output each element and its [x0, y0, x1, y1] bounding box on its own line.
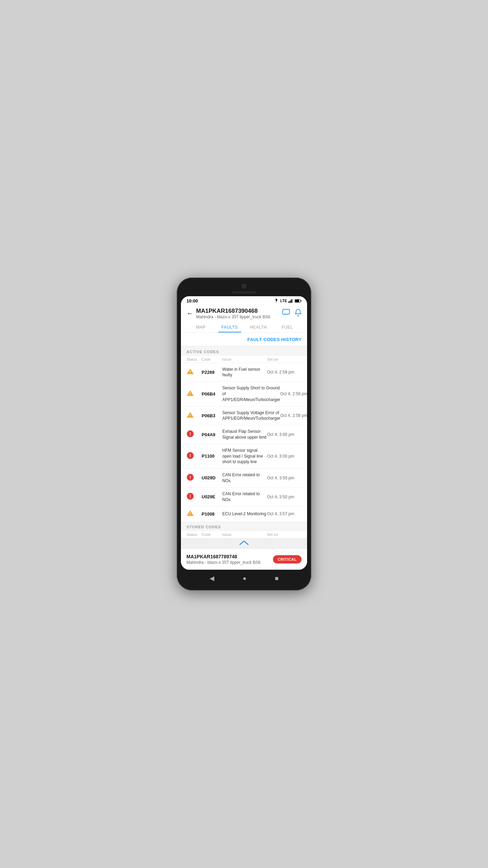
status-icon-warning: ! — [186, 368, 202, 376]
fault-row[interactable]: ! P1008 ECU Level-2 Monitoring Oct 4, 3:… — [181, 506, 307, 521]
fault-time: Oct 4, 3:00 pm — [267, 454, 302, 459]
svg-rect-0 — [288, 301, 289, 303]
bottom-vehicle-name: Mahindra - blazo-x 35T tipper_truck BS6 — [186, 560, 261, 565]
status-icon-critical: ! — [186, 473, 202, 482]
tab-fuel[interactable]: FUEL — [273, 322, 302, 332]
svg-rect-5 — [301, 300, 302, 301]
fault-code: P1008 — [202, 511, 222, 517]
stored-codes-header: Status Code Issue Set on — [181, 531, 307, 538]
fault-row[interactable]: ! P04A9 Exhaust Flap Sensor Signal above… — [181, 425, 307, 444]
fault-issue: Sensor Supply Voltage Error of APP1/EGR/… — [222, 410, 280, 422]
stored-col-seton: Set on — [267, 532, 302, 537]
fault-code: U029E — [202, 494, 222, 499]
header: ← MA1PKAR1687390468 Mahindra - blazo-x 3… — [181, 305, 307, 333]
stored-codes-title: STORED CODES — [181, 521, 307, 531]
fault-issue: ECU Level-2 Monitoring — [222, 511, 267, 517]
fault-issue: CAN Error related to NOx — [222, 491, 267, 503]
stored-codes-section: STORED CODES Status Code Issue Set on — [181, 521, 307, 538]
fault-time: Oct 4, 3:50 pm — [267, 495, 302, 499]
col-status: Status — [186, 357, 202, 361]
fault-code: P06B3 — [202, 413, 222, 418]
status-icon-warning: ! — [186, 510, 202, 518]
tab-health[interactable]: HEALTH — [244, 322, 273, 332]
status-icon-warning: ! — [186, 390, 202, 398]
nav-back-button[interactable]: ◀ — [210, 575, 214, 582]
svg-rect-7 — [283, 309, 289, 314]
nav-recent-button[interactable]: ■ — [275, 575, 279, 582]
fault-code: P1100 — [202, 453, 222, 459]
fault-code: P2269 — [202, 370, 222, 375]
fault-time: Oct 4, 2:58 pm — [280, 413, 307, 418]
vehicle-name: Mahindra - blazo-x 35T tipper_truck BS6 — [196, 315, 270, 319]
fault-row[interactable]: ! P2269 Water in Fuel sensor faulty Oct … — [181, 363, 307, 382]
bottom-vin: MA1PKAR1687789748 — [186, 554, 261, 559]
svg-rect-6 — [295, 300, 299, 302]
navigation-tabs: MAP FAULTS HEALTH FUEL — [186, 322, 302, 332]
svg-rect-3 — [293, 299, 293, 303]
fault-time: Oct 4, 3:50 pm — [267, 476, 302, 480]
status-icon-critical: ! — [186, 452, 202, 461]
active-codes-title: ACTIVE CODES — [181, 346, 307, 356]
phone-speaker — [232, 291, 256, 293]
bottom-card-info: MA1PKAR1687789748 Mahindra - blazo-x 35T… — [186, 554, 261, 565]
nav-home-button[interactable]: ● — [243, 575, 246, 582]
vehicle-info: MA1PKAR1687390468 Mahindra - blazo-x 35T… — [196, 308, 270, 319]
header-top: ← MA1PKAR1687390468 Mahindra - blazo-x 3… — [186, 308, 302, 319]
svg-text:!: ! — [190, 392, 191, 396]
fault-code: P06B4 — [202, 391, 222, 397]
fault-time: Oct 4, 3:00 pm — [267, 432, 302, 437]
fault-issue: Exhaust Flap Sensor Signal above upper l… — [222, 429, 267, 440]
status-icon-warning: ! — [186, 411, 202, 420]
notification-icon[interactable] — [295, 309, 302, 318]
fault-row[interactable]: ! P1100 HFM Sensor signal open load / Si… — [181, 444, 307, 469]
header-left: ← MA1PKAR1687390468 Mahindra - blazo-x 3… — [186, 308, 270, 319]
fault-row[interactable]: ! P06B4 Sensor Supply Short to Ground of… — [181, 382, 307, 406]
col-code: Code — [202, 357, 222, 361]
col-issue: Issue — [222, 357, 267, 361]
fault-time: Oct 4, 2:58 pm — [267, 370, 302, 375]
phone-screen: 10:00 LTE — [181, 296, 307, 570]
critical-badge: CRITICAL — [273, 555, 302, 563]
back-button[interactable]: ← — [186, 309, 193, 317]
tab-map[interactable]: MAP — [186, 322, 215, 332]
fault-code: U029D — [202, 475, 222, 480]
stored-col-status: Status — [186, 532, 202, 537]
fault-row[interactable]: ! P06B3 Sensor Supply Voltage Error of A… — [181, 407, 307, 426]
svg-text:!: ! — [190, 413, 191, 418]
signal-icon — [288, 299, 293, 303]
fault-history-section: FAULT CODES HISTORY — [181, 333, 307, 346]
svg-rect-2 — [291, 299, 292, 303]
svg-text:!: ! — [190, 370, 191, 374]
expand-handle[interactable] — [181, 538, 307, 549]
fault-history-button[interactable]: FAULT CODES HISTORY — [247, 337, 302, 342]
svg-text:!: ! — [190, 431, 191, 437]
active-codes-list: ! P2269 Water in Fuel sensor faulty Oct … — [181, 363, 307, 522]
status-icons: LTE — [274, 299, 302, 303]
battery-icon — [295, 299, 302, 303]
fault-issue: Sensor Supply Short to Ground of APP1/EG… — [222, 385, 280, 402]
fault-issue: HFM Sensor signal open load / Signal lin… — [222, 448, 267, 465]
status-icon-critical: ! — [186, 430, 202, 439]
fault-row[interactable]: ! U029E CAN Error related to NOx Oct 4, … — [181, 488, 307, 507]
svg-text:!: ! — [190, 512, 191, 516]
tab-faults[interactable]: FAULTS — [215, 322, 244, 332]
status-time: 10:00 — [186, 298, 198, 303]
fault-code: P04A9 — [202, 432, 222, 437]
status-bar: 10:00 LTE — [181, 296, 307, 305]
fault-time: Oct 4, 3:57 pm — [267, 511, 302, 516]
active-codes-header: Status Code Issue Set on — [181, 356, 307, 363]
svg-text:!: ! — [190, 475, 191, 480]
message-icon[interactable] — [282, 309, 290, 318]
vehicle-vin: MA1PKAR1687390468 — [196, 308, 270, 315]
fault-time: Oct 4, 2:58 pm — [280, 391, 307, 396]
front-camera — [242, 284, 246, 289]
status-icon-critical: ! — [186, 492, 202, 501]
stored-col-code: Code — [202, 532, 222, 537]
fault-row[interactable]: ! U029D CAN Error related to NOx Oct 4, … — [181, 469, 307, 488]
wifi-icon — [274, 299, 279, 303]
fault-issue: CAN Error related to NOx — [222, 472, 267, 484]
col-seton: Set on — [267, 357, 302, 361]
svg-text:!: ! — [190, 453, 191, 458]
fault-issue: Water in Fuel sensor faulty — [222, 367, 267, 378]
bottom-vehicle-card[interactable]: MA1PKAR1687789748 Mahindra - blazo-x 35T… — [181, 549, 307, 570]
